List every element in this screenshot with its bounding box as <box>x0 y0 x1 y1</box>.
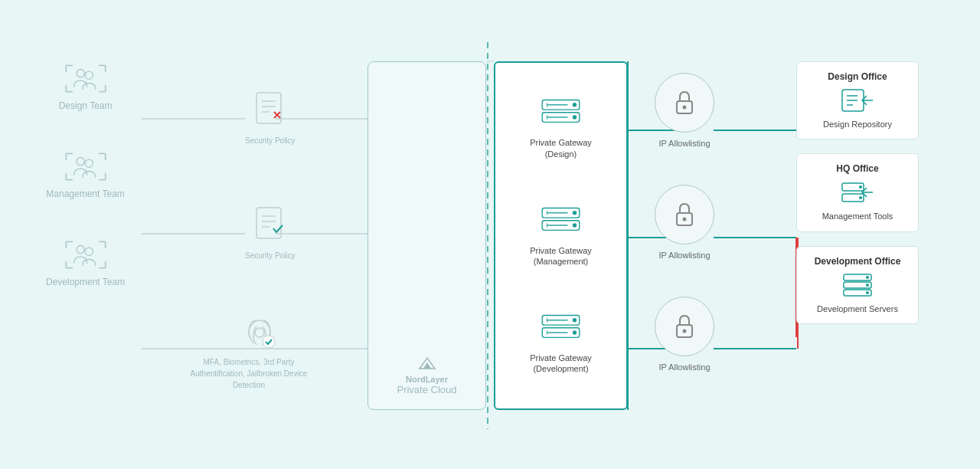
teams-section: Design Team Management Team <box>46 61 125 287</box>
development-servers-label: Development Servers <box>817 303 898 314</box>
design-team-icon <box>63 61 109 96</box>
dev-office-name: Development Office <box>815 256 901 267</box>
design-team-item: Design Team <box>46 61 125 111</box>
svg-point-87 <box>573 330 577 334</box>
svg-point-70 <box>573 103 577 107</box>
mfa-text: MFA, Biometrics, 3rd Party Authentificat… <box>184 356 314 391</box>
design-office-card: Design Office Design Repository <box>796 61 919 139</box>
security-policy-management: Security Policy <box>245 205 296 260</box>
allowlisting-development-label: IP Allowlisting <box>658 362 710 372</box>
development-servers-icon <box>841 273 874 297</box>
svg-point-97 <box>683 330 687 333</box>
security-policy-design-label: Security Policy <box>245 136 296 145</box>
svg-point-93 <box>683 106 687 110</box>
allowlisting-design-label: IP Allowlisting <box>658 139 710 148</box>
security-policy-design: Security Policy <box>245 90 296 145</box>
biometric-icon <box>241 314 278 351</box>
security-policy-management-label: Security Policy <box>245 251 296 260</box>
lock-design-icon <box>669 87 700 118</box>
svg-point-86 <box>573 318 577 322</box>
dev-office-card: Development Office Development Servers <box>796 246 919 324</box>
nordlayer-logo: NordLayer <box>406 355 448 384</box>
management-team-icon <box>63 149 109 184</box>
management-team-item: Management Team <box>46 149 125 199</box>
svg-point-55 <box>85 248 93 255</box>
gateway-development-item: Private Gateway(Development) <box>495 312 626 375</box>
svg-point-113 <box>866 291 869 294</box>
security-policy-design-icon <box>253 90 287 133</box>
diagram-container: Design Team Management Team <box>0 0 980 469</box>
allowlisting-design-item: IP Allowlisting <box>655 73 714 148</box>
svg-rect-56 <box>256 93 281 123</box>
svg-point-95 <box>683 218 687 221</box>
development-team-icon <box>63 238 109 272</box>
svg-rect-62 <box>256 208 281 238</box>
svg-point-54 <box>77 246 84 254</box>
lock-management-icon <box>669 199 700 230</box>
svg-point-79 <box>573 223 577 227</box>
svg-point-112 <box>866 284 869 287</box>
gateway-management-label: Private Gateway(Management) <box>530 245 592 267</box>
management-tools-icon <box>841 180 874 205</box>
development-team-label: Development Team <box>46 277 125 287</box>
management-team-label: Management Team <box>46 189 125 199</box>
gateway-development-label: Private Gateway(Development) <box>530 353 592 375</box>
mfa-text-container: MFA, Biometrics, 3rd Party Authentificat… <box>184 356 314 391</box>
svg-point-44 <box>77 158 84 166</box>
gateway-design-item: Private Gateway(Design) <box>495 97 626 159</box>
svg-point-66 <box>255 328 264 337</box>
gateway-design-icon <box>536 97 586 131</box>
svg-point-111 <box>866 276 869 279</box>
allowlisting-management-circle <box>655 185 714 244</box>
hq-office-card: HQ Office Management Tools <box>796 153 919 231</box>
offices-section: Design Office Design Repository HQ Offic… <box>796 61 919 324</box>
allowlisting-development-item: IP Allowlisting <box>655 297 714 372</box>
allowlisting-development-circle <box>655 297 714 356</box>
svg-point-35 <box>85 71 93 79</box>
security-policy-management-icon <box>253 205 287 248</box>
svg-point-34 <box>77 70 84 77</box>
gateway-management-icon <box>536 205 586 239</box>
svg-point-105 <box>859 185 862 189</box>
svg-point-71 <box>573 116 577 120</box>
allowlisting-design-circle <box>655 73 714 133</box>
allowlisting-section: IP Allowlisting IP Allowlisting <box>655 73 714 372</box>
allowlisting-management-label: IP Allowlisting <box>658 251 710 260</box>
svg-point-106 <box>859 196 862 199</box>
gateway-design-label: Private Gateway(Design) <box>530 137 592 159</box>
svg-point-78 <box>573 211 577 215</box>
design-repository-icon <box>841 88 874 113</box>
hq-office-name: HQ Office <box>836 163 878 174</box>
private-cloud-box: NordLayer Private Cloud <box>368 61 486 410</box>
svg-point-67 <box>263 336 275 348</box>
design-repository-label: Design Repository <box>823 119 892 130</box>
private-cloud-label: Private Cloud <box>397 384 456 395</box>
development-team-item: Development Team <box>46 238 125 287</box>
management-tools-label: Management Tools <box>822 211 893 221</box>
gateway-management-item: Private Gateway(Management) <box>495 205 626 267</box>
nordlayer-logo-icon <box>416 355 438 372</box>
gateway-section: Private Gateway(Design) Private Gateway(… <box>494 61 628 410</box>
allowlisting-management-item: IP Allowlisting <box>655 185 714 260</box>
design-team-label: Design Team <box>59 100 113 111</box>
auth-icon-container <box>241 314 278 351</box>
design-office-name: Design Office <box>828 71 887 82</box>
lock-development-icon <box>669 311 700 342</box>
nordlayer-text: NordLayer <box>406 375 448 384</box>
gateway-development-icon <box>536 312 586 346</box>
svg-point-45 <box>85 159 93 167</box>
